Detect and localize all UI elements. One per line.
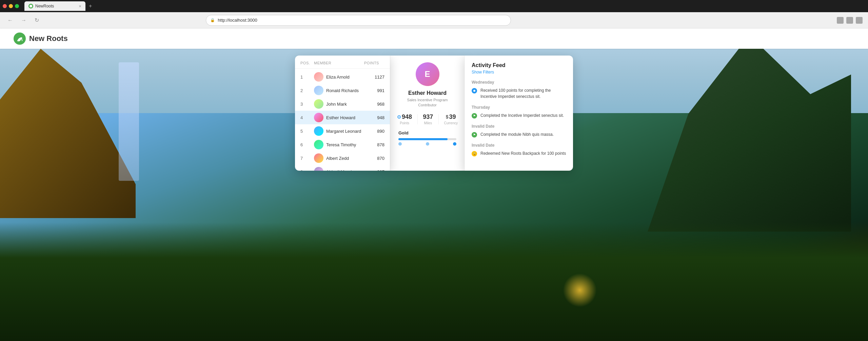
member-avatar [314, 99, 323, 109]
extension-icon-3[interactable] [856, 17, 863, 24]
tier-dots [398, 142, 456, 146]
profile-avatar: E [416, 62, 439, 86]
member-avatar [314, 72, 323, 82]
browser-toolbar-right [837, 17, 863, 24]
row-member: Esther Howard [314, 113, 364, 122]
member-name: Abigail Mandy [326, 169, 354, 171]
activity-text: Received 100 points for completing the I… [480, 87, 566, 100]
stat-miles: 937 Miles [423, 113, 433, 125]
row-member: Eliza Arnold [314, 72, 364, 82]
leaderboard-row[interactable]: 8 Abigail Mandy 837 [295, 165, 390, 171]
role-line1: Sales Incentive Program [407, 98, 448, 102]
member-name: John Mark [326, 102, 347, 107]
tier-label: Gold [398, 130, 455, 135]
profile-panel: E Esther Howard Sales Incentive Program … [390, 56, 465, 171]
leaderboard-row[interactable]: 6 Teresa Timothy 878 [295, 138, 390, 151]
address-bar[interactable]: 🔒 http://localhost:3000 [206, 15, 511, 26]
row-member: Teresa Timothy [314, 140, 364, 149]
profile-stats: ⊙ 948 Points 937 Miles $ 39 [397, 113, 458, 125]
extension-icon-2[interactable] [846, 17, 853, 24]
member-avatar [314, 140, 323, 149]
leaderboard-row[interactable]: 2 Ronald Richards 991 [295, 84, 390, 97]
row-member: Abigail Mandy [314, 167, 364, 171]
tab-close-button[interactable]: ✕ [79, 4, 81, 8]
miles-value: 937 [423, 113, 433, 121]
stat-points: ⊙ 948 Points [397, 113, 412, 125]
tab-bar: NewRoots ✕ + [0, 0, 868, 12]
row-position: 1 [300, 74, 314, 80]
activity-group: Invalid Date ⚑ Completed the module Nibh… [472, 124, 566, 137]
tier-dot-2 [426, 142, 429, 146]
panels-container: Pos. Member Points 1 Eliza Arnold 1127 2… [295, 56, 573, 171]
flag-icon: ⚑ [473, 133, 476, 136]
new-tab-button[interactable]: + [87, 3, 94, 9]
refresh-button[interactable]: ↻ [33, 16, 41, 25]
traffic-lights [3, 4, 19, 8]
activity-group: Thursday ⚑ Completed the Incetive Imperd… [472, 105, 566, 119]
activity-group: Invalid Date 🔒 Redeemed New Roots Backpa… [472, 143, 566, 156]
member-name: Esther Howard [326, 115, 355, 120]
bg-glow [563, 273, 597, 307]
row-points: 948 [364, 115, 384, 120]
leaderboard-row[interactable]: 7 Albert Zedd 870 [295, 151, 390, 165]
row-points: 1127 [364, 74, 384, 80]
leaderboard-panel: Pos. Member Points 1 Eliza Arnold 1127 2… [295, 56, 390, 171]
leaderboard-row[interactable]: 4 Esther Howard 948 [295, 111, 390, 124]
row-position: 8 [300, 169, 314, 171]
activity-dot: ⚑ [472, 113, 477, 119]
show-filters-button[interactable]: Show Filters [472, 70, 566, 74]
svg-point-0 [29, 5, 32, 7]
member-name: Teresa Timothy [326, 142, 356, 147]
extension-icon-1[interactable] [837, 17, 844, 24]
leaderboard-row[interactable]: 3 John Mark 968 [295, 97, 390, 111]
row-position: 7 [300, 156, 314, 161]
currency-label: Currency [444, 121, 458, 125]
row-member: Albert Zedd [314, 153, 364, 163]
row-points: 991 [364, 88, 384, 93]
tier-dot-1 [398, 142, 402, 146]
lock-icon: 🔒 [210, 18, 215, 22]
role-line2: Contributor [418, 103, 436, 107]
activity-dot: 🔒 [472, 151, 477, 156]
member-avatar [314, 113, 323, 122]
back-button[interactable]: ← [5, 16, 15, 25]
activity-dot: ⚑ [472, 132, 477, 137]
activity-item: ⚑ Completed the module Nibh quis massa. [472, 131, 566, 137]
logo-icon [14, 33, 26, 45]
activity-day-label: Wednesday [472, 80, 566, 85]
app-logo: New Roots [14, 33, 68, 45]
member-name: Eliza Arnold [326, 74, 350, 80]
row-points: 878 [364, 142, 384, 147]
avatar-image: E [416, 62, 439, 86]
points-number: 948 [402, 113, 412, 121]
leaderboard-row[interactable]: 5 Margaret Leonard 890 [295, 124, 390, 138]
leaderboard-rows: 1 Eliza Arnold 1127 2 Ronald Richards 99… [295, 70, 390, 171]
member-name: Ronald Richards [326, 88, 359, 93]
forward-button[interactable]: → [19, 16, 28, 25]
leaderboard-header: Pos. Member Points [295, 61, 390, 69]
main-content: New Roots Pos. Member Points 1 Eliza Arn… [0, 28, 868, 341]
member-avatar [314, 167, 323, 171]
leaderboard-row[interactable]: 1 Eliza Arnold 1127 [295, 70, 390, 84]
points-value: ⊙ 948 [397, 113, 412, 121]
tier-progress-fill [398, 138, 448, 140]
app-name: New Roots [29, 34, 68, 43]
row-position: 2 [300, 88, 314, 93]
currency-number: 39 [449, 113, 456, 121]
activity-text: Completed the Incetive Imperdiet senectu… [480, 112, 564, 119]
close-window-button[interactable] [3, 4, 7, 8]
maximize-window-button[interactable] [15, 4, 19, 8]
activity-feed-title: Activity Feed [472, 62, 566, 68]
row-points: 870 [364, 156, 384, 161]
stat-currency: $ 39 Currency [444, 113, 458, 125]
activity-day-label: Thursday [472, 105, 566, 110]
activity-dot [472, 88, 477, 93]
col-member-header: Member [314, 61, 364, 65]
miles-number: 937 [423, 113, 433, 121]
tab-favicon [28, 4, 33, 8]
active-tab[interactable]: NewRoots ✕ [24, 1, 85, 11]
app-header: New Roots [0, 28, 868, 49]
member-name: Albert Zedd [326, 156, 349, 161]
bg-waterfall [119, 62, 139, 181]
minimize-window-button[interactable] [9, 4, 13, 8]
